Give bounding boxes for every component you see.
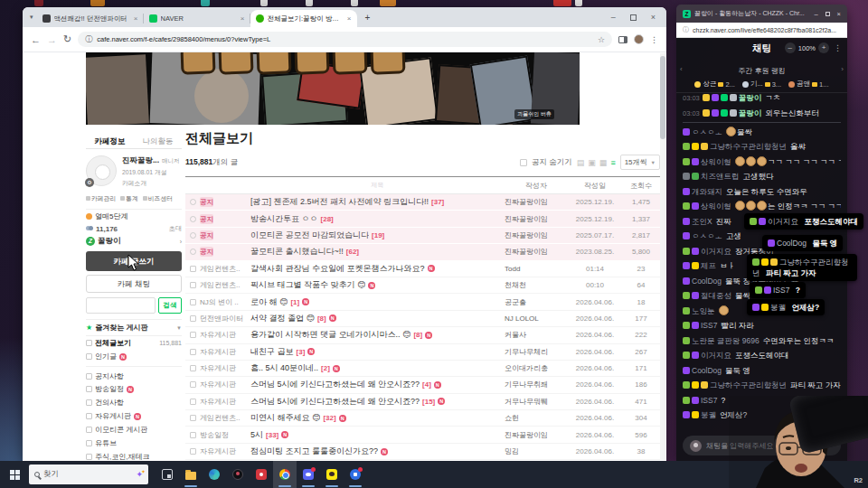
post-author[interactable]: 공군출	[505, 298, 526, 306]
my-nickname[interactable]: 꿀랑이	[98, 236, 121, 247]
sidebar-board-item[interactable]: 전체글보기 N 115,881	[86, 336, 182, 350]
row-checkbox[interactable]	[190, 399, 196, 405]
row-checkbox[interactable]	[190, 216, 196, 222]
post-title[interactable]: 방송시간투표 ㅇㅇ	[250, 213, 318, 225]
ranking-entry[interactable]: 곰앤 1...	[788, 80, 828, 89]
post-category[interactable]: 공지	[200, 247, 213, 257]
refresh-icon[interactable]: ↻	[63, 33, 71, 45]
zoom-in-button[interactable]: +	[818, 42, 829, 53]
chatter-name[interactable]: 이거지요	[701, 247, 731, 256]
cafe-name[interactable]: 진짜꿀랑...	[122, 155, 159, 166]
chat-message[interactable]: 상워이형는 인정ㅋㅋ ㄱㄱ ㄱㄱ	[683, 199, 841, 214]
chat-message[interactable]: CoolDog물뚝 장거동쟁이 ㄴ듕	[683, 274, 841, 289]
post-title[interactable]: [광고] 젠존제 2.5버전 패치 사전예약 링크입니다!!	[250, 196, 429, 208]
post-author[interactable]: 커물사	[505, 331, 526, 339]
post-category[interactable]: 자유게시판	[200, 364, 236, 372]
chat-message[interactable]: 절대중성물싹	[683, 288, 841, 304]
chat-message[interactable]: 노잉눈	[683, 304, 841, 319]
sidebar-board-item[interactable]: 인기글 N	[86, 350, 182, 363]
chatter-name[interactable]: 붕궬	[701, 410, 716, 419]
gear-icon[interactable]: ⚙	[85, 178, 94, 187]
view-card-icon[interactable]: ▤	[577, 158, 585, 167]
ranking-entry[interactable]: 상근 2...	[694, 80, 734, 89]
comment-count[interactable]: [3]	[297, 348, 306, 356]
chat-message[interactable]: 03:03꿀랑이외우는신화부터	[683, 106, 841, 123]
post-author[interactable]: 오이대가리충	[505, 364, 548, 372]
row-checkbox[interactable]	[190, 415, 196, 421]
menu-dots-icon[interactable]: ⋮	[650, 35, 658, 44]
site-info-icon[interactable]: ⓘ	[85, 34, 92, 44]
view-list-icon[interactable]: ≡	[610, 158, 615, 167]
chatter-name[interactable]: 꿀랑이	[739, 108, 762, 117]
post-title[interactable]: 로아 해 😊	[250, 296, 288, 308]
taskbar-app-icon[interactable]	[226, 461, 250, 488]
comment-count[interactable]: [15]	[422, 398, 435, 406]
post-row[interactable]: 자유게시판 용가같이 시작하면 댓글 오네가이시마스.. 😊 [8] N 커물사…	[185, 327, 660, 343]
post-row[interactable]: 자유게시판 스머님 5시에 키신다고하셨는데 왜 안오시죠?? [4] N 기무…	[185, 377, 660, 393]
post-author[interactable]: 진짜꿀랑이임	[505, 431, 548, 439]
tab-close-icon[interactable]: ×	[347, 14, 352, 23]
post-row[interactable]: 공지 이모티콘 공모전 마감되었습니다 [19] N 진짜꿀랑이임 2025.0…	[185, 228, 660, 244]
post-title[interactable]: 스머님 5시에 키신다고하셨는데 왜 안오시죠??	[250, 396, 420, 408]
post-category[interactable]: 자유게시판	[200, 398, 236, 406]
comment-count[interactable]: [19]	[372, 231, 384, 239]
taskbar-app-icon[interactable]	[179, 461, 203, 488]
post-row[interactable]: 공지 꿀모티콘 출시했습니다~!! [62] N 진짜꿀랑이임 2023.08.…	[185, 244, 660, 260]
post-title[interactable]: 서약 결정 졸업 😊	[250, 313, 315, 324]
post-row[interactable]: 게임컨텐츠.. 픽시브 태그별 작품수 맞추기 😊 N 천채천 00:10 64	[185, 277, 660, 294]
comment-count[interactable]: [33]	[266, 431, 278, 439]
comment-count[interactable]: [32]	[323, 414, 335, 422]
comment-count[interactable]: [4]	[422, 380, 431, 389]
chatter-name[interactable]: 제프	[701, 261, 716, 270]
chat-message[interactable]: 03:03꿀랑이ㄱㅊ	[683, 90, 841, 106]
comment-count[interactable]: [2]	[321, 364, 330, 372]
chatter-name[interactable]: 꿀랑이	[739, 93, 762, 102]
post-category[interactable]: 게임컨텐츠..	[200, 281, 240, 289]
start-button[interactable]	[0, 461, 29, 488]
stats-link[interactable]: 통계	[120, 194, 138, 203]
row-checkbox[interactable]	[190, 266, 196, 272]
post-category[interactable]: 자유게시판	[200, 380, 236, 389]
post-row[interactable]: 자유게시판 내친구 곱보 [3] N 기무나무체리 2026.04.06. 26…	[185, 344, 660, 361]
chatter-name[interactable]: CoolDog	[692, 277, 722, 286]
row-checkbox[interactable]	[190, 381, 196, 388]
chatter-name[interactable]: 절대중성	[701, 291, 731, 300]
chatter-name[interactable]: 상워이형	[701, 202, 731, 211]
chatter-name[interactable]: 노란문 글판왕 9696	[692, 336, 760, 345]
post-author[interactable]: 진짜꿀랑이임	[505, 231, 548, 239]
new-tab-button[interactable]: +	[361, 11, 375, 25]
row-checkbox[interactable]	[190, 315, 196, 322]
ranking-next-icon[interactable]: ›	[841, 65, 844, 73]
post-title[interactable]: 점심미팅 조지고 룰룰중이신가요??	[250, 446, 378, 457]
hide-notice-label[interactable]: 공지 숨기기	[532, 157, 572, 168]
side-panel-icon[interactable]	[618, 36, 627, 43]
post-title[interactable]: 픽시브 태그별 작품수 맞추기 😊	[250, 279, 365, 291]
hide-notice-checkbox[interactable]	[520, 159, 527, 166]
tab-cafe-info[interactable]: 카페정보	[86, 134, 134, 148]
chevron-down-icon[interactable]: ▾	[26, 14, 37, 21]
post-author[interactable]: 기무나무취좨	[505, 380, 548, 389]
comment-count[interactable]: [62]	[346, 248, 359, 256]
cafe-intro-link[interactable]: 카페소개	[122, 179, 180, 188]
chatter-name[interactable]: 그냥하수구관리향청년	[710, 380, 787, 389]
view-image-icon[interactable]: ▣	[588, 158, 596, 167]
chat-message[interactable]: 이거지요포챙스도헤야대	[683, 348, 841, 363]
post-category[interactable]: NJ의 변이 ..	[200, 298, 239, 306]
taskbar-app-icon[interactable]	[273, 461, 297, 488]
post-title[interactable]: 5시	[250, 429, 263, 441]
browser-tab[interactable]: NAVER ×	[144, 10, 250, 27]
comment-count[interactable]: [8]	[413, 331, 422, 339]
back-icon[interactable]: ←	[31, 34, 41, 45]
post-author[interactable]: Todd	[505, 265, 520, 273]
post-title[interactable]: 흠.. 5시 40분이네..	[250, 362, 318, 374]
cafe-chat-button[interactable]: 카페 채팅	[86, 275, 182, 293]
tab-my-activity[interactable]: 나의활동	[134, 134, 182, 148]
address-bar[interactable]: ⓘ cafe.naver.com/f-e/cafes/29858400/menu…	[78, 32, 612, 47]
post-author[interactable]: 천채천	[505, 281, 526, 289]
chatter-name[interactable]: ISS7	[701, 396, 717, 405]
sidebar-search-input[interactable]	[86, 297, 156, 314]
sidebar-board-item[interactable]: 방송일정 N	[86, 382, 182, 396]
row-checkbox[interactable]	[190, 249, 196, 255]
sidebar-search-button[interactable]: 검색	[158, 297, 182, 314]
post-row[interactable]: 자유게시판 스머님 5시에 키신다고하셨는데 왜 안오시죠?? [15] N 거…	[185, 394, 660, 410]
